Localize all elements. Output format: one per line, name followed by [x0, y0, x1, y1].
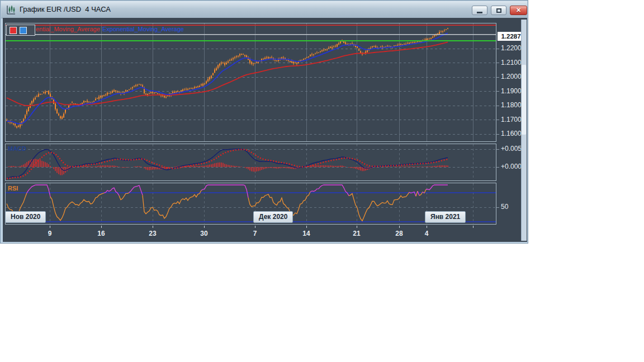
- chart-window: График EUR /USD 4 ЧАСА ✕ ential_Moving_A…: [0, 0, 528, 244]
- rsi-line: [7, 185, 448, 221]
- price-panel[interactable]: [5, 23, 496, 142]
- title-bar[interactable]: График EUR /USD 4 ЧАСА ✕: [1, 1, 527, 18]
- legend-swatch-red[interactable]: [10, 27, 17, 34]
- chart-app-icon: [6, 4, 17, 16]
- macd-line: [7, 149, 448, 179]
- macd-histogram: [8, 159, 448, 175]
- legend-swatch-blue[interactable]: [20, 27, 27, 34]
- ema-slow-line: [7, 42, 448, 106]
- scrollbar-thumb[interactable]: [522, 65, 526, 135]
- minimize-button[interactable]: [472, 6, 487, 15]
- macd-signal-line: [7, 150, 448, 179]
- legend-label-ema1: ential_Moving_Average: [36, 26, 100, 32]
- rsi-label: RSI: [8, 185, 18, 192]
- ema-fast-line: [7, 33, 448, 123]
- maximize-icon: [496, 8, 501, 13]
- macd-label: MACD: [8, 145, 26, 152]
- close-icon: ✕: [516, 6, 521, 15]
- window-title: График EUR /USD 4 ЧАСА: [20, 1, 111, 18]
- close-button[interactable]: ✕: [510, 6, 527, 15]
- macd-panel[interactable]: [5, 144, 496, 181]
- maximize-button[interactable]: [491, 6, 506, 15]
- minimize-icon: [477, 12, 482, 13]
- legend-label-ema2: Exponential_Moving_Average: [102, 26, 184, 32]
- rsi-panel[interactable]: [5, 183, 496, 225]
- current-price-badge: 1.2287: [498, 32, 524, 41]
- legend-box: [6, 25, 35, 36]
- candles: [6, 28, 448, 128]
